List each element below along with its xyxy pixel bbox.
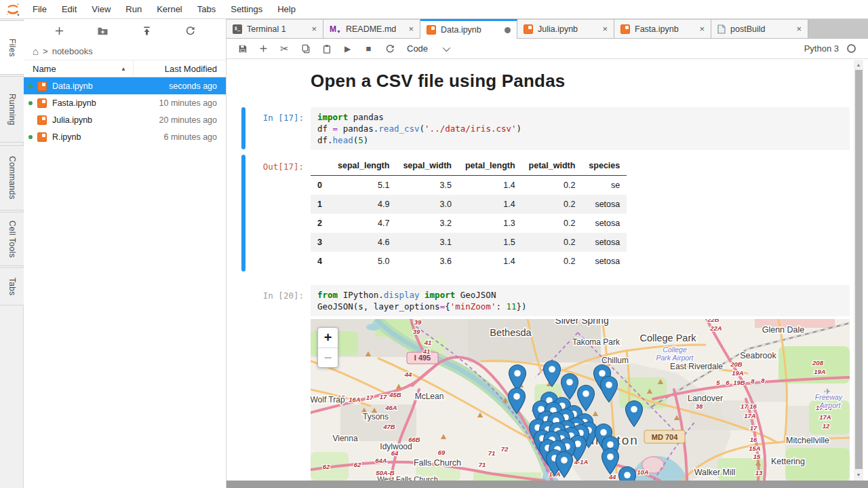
paste-cells-button[interactable]: [316, 41, 337, 57]
route-number: 15A: [749, 445, 761, 452]
route-number: 16A: [349, 396, 361, 403]
new-folder-button[interactable]: [93, 22, 113, 39]
route-number: 46A: [384, 404, 397, 411]
table-row: 14.93.01.40.2setosa: [311, 195, 627, 214]
route-number: 47B: [382, 423, 395, 430]
tab-close-icon[interactable]: ×: [796, 24, 802, 33]
sidebar-tab-files[interactable]: Files: [0, 20, 24, 75]
selected-cell-output-bar[interactable]: [241, 155, 245, 271]
tab-label: Fasta.ipynb: [635, 24, 694, 34]
file-icon: [717, 24, 726, 34]
map-marker[interactable]: [619, 467, 636, 481]
left-sidebar: FilesRunningCommandsCell ToolsTabs: [0, 19, 24, 488]
menu-file[interactable]: File: [25, 4, 54, 14]
kernel-status-icon[interactable]: [847, 44, 856, 53]
airplane-icon: ✈: [824, 387, 831, 396]
output-prompt-17: Out[17]:: [232, 162, 304, 172]
cut-cells-button[interactable]: ✂: [274, 41, 295, 57]
copy-cells-button[interactable]: [295, 41, 316, 57]
place-label: Tysons: [363, 412, 389, 421]
route-number: 17A: [819, 413, 831, 421]
notebook-scrollbar[interactable]: ▲ ▼: [854, 60, 863, 481]
scrollbar-thumb[interactable]: [855, 70, 863, 469]
new-launcher-button[interactable]: [49, 22, 69, 39]
file-name: Fasta.ipynb: [52, 98, 96, 108]
route-number: 17: [750, 424, 757, 432]
dataframe-output-table: sepal_lengthsepal_widthpetal_lengthpetal…: [311, 156, 627, 271]
route-number: 8: [751, 377, 755, 385]
run-cell-button[interactable]: ▶: [337, 41, 358, 57]
scroll-down-arrow[interactable]: ▼: [854, 470, 863, 479]
route-number: 15: [753, 453, 761, 460]
menu-help[interactable]: Help: [270, 4, 303, 14]
scroll-up-arrow[interactable]: ▲: [854, 60, 863, 69]
interrupt-kernel-button[interactable]: ■: [358, 41, 379, 57]
file-row-julia.ipynb[interactable]: Julia.ipynb20 minutes ago: [24, 111, 226, 128]
route-number: 19B: [733, 379, 745, 386]
home-icon[interactable]: ⌂: [33, 46, 39, 56]
menu-settings[interactable]: Settings: [223, 4, 270, 14]
jupyter-logo-icon: [5, 1, 21, 18]
menu-view[interactable]: View: [84, 4, 118, 14]
sidebar-tab-commands[interactable]: Commands: [0, 145, 24, 210]
kernel-name[interactable]: Python 3: [804, 43, 839, 54]
sidebar-tab-running[interactable]: Running: [0, 76, 24, 143]
tab-readme-md[interactable]: M▼README.md×: [323, 19, 420, 38]
file-name: Data.ipynb: [52, 81, 93, 91]
tab-data-ipynb[interactable]: Data.ipynb: [420, 19, 517, 39]
file-list: Data.ipynbseconds agoFasta.ipynb10 minut…: [24, 77, 226, 145]
map-zoom-control: + −: [317, 327, 338, 368]
map-zoom-out-button[interactable]: −: [318, 348, 338, 367]
place-label: Takoma Park: [572, 337, 620, 347]
tab-julia-ipynb[interactable]: Julia.ipynb×: [517, 19, 614, 38]
tab-close-icon[interactable]: ×: [408, 24, 414, 33]
code-cell-input-17[interactable]: import pandasdf = pandas.read_csv('../da…: [311, 107, 850, 150]
place-label: Idylwood: [380, 442, 412, 451]
route-number: 41: [422, 348, 431, 355]
sidebar-tab-tabs[interactable]: Tabs: [0, 267, 24, 305]
map-canvas[interactable]: I 495MD 704 39394141441516A171745B46A47B…: [311, 319, 850, 481]
breadcrumb-folder[interactable]: notebooks: [52, 46, 93, 56]
file-row-fasta.ipynb[interactable]: Fasta.ipynb10 minutes ago: [24, 94, 226, 111]
route-number: 71: [488, 449, 496, 457]
menu-edit[interactable]: Edit: [54, 4, 84, 14]
geojson-map-output[interactable]: + −: [311, 319, 850, 481]
upload-button[interactable]: [136, 22, 157, 39]
unsaved-changes-dot[interactable]: [505, 27, 511, 33]
tab-close-icon[interactable]: ×: [602, 24, 608, 33]
file-list-header: Name ▲ Last Modified: [24, 60, 226, 77]
add-cell-button[interactable]: [253, 41, 274, 57]
tab-close-icon[interactable]: ×: [311, 24, 317, 33]
route-number: 39: [413, 328, 420, 335]
route-shield-label: MD 704: [652, 433, 678, 441]
route-number: 44: [404, 371, 412, 378]
column-header-name[interactable]: Name ▲: [24, 60, 134, 77]
kernel-running-dot: [28, 135, 33, 139]
menu-tabs[interactable]: Tabs: [190, 4, 223, 14]
menu-kernel[interactable]: Kernel: [149, 4, 190, 14]
restart-kernel-button[interactable]: [379, 41, 400, 57]
menu-run[interactable]: Run: [118, 4, 149, 14]
refresh-button[interactable]: [180, 22, 201, 39]
tab-terminal-1[interactable]: $_Terminal 1×: [226, 19, 323, 38]
file-row-data.ipynb[interactable]: Data.ipynbseconds ago: [24, 77, 226, 94]
breadcrumb-separator: >: [43, 46, 48, 56]
column-header-last-modified[interactable]: Last Modified: [134, 64, 226, 74]
route-number: 62: [323, 463, 330, 470]
code-cell-input-20[interactable]: from IPython.display import GeoJSONGeoJS…: [311, 285, 850, 316]
tab-postbuild[interactable]: postBuild×: [711, 19, 808, 38]
sidebar-tab-cell-tools[interactable]: Cell Tools: [0, 212, 24, 266]
file-last-modified: 6 minutes ago: [81, 132, 226, 142]
tab-close-icon[interactable]: ×: [699, 24, 705, 33]
place-label: Landover: [688, 394, 723, 403]
tab-fasta-ipynb[interactable]: Fasta.ipynb×: [614, 19, 711, 38]
file-row-r.ipynb[interactable]: R.ipynb6 minutes ago: [24, 128, 226, 145]
place-label: East Riverdale: [670, 362, 723, 371]
map-zoom-in-button[interactable]: +: [318, 328, 338, 348]
cell-type-dropdown[interactable]: Code: [407, 43, 448, 54]
table-column-header: sepal_length: [331, 156, 396, 176]
sort-ascending-icon: ▲: [121, 66, 126, 72]
save-button[interactable]: [232, 41, 253, 57]
place-label: Seabrook: [740, 351, 776, 360]
route-number: 62: [354, 461, 361, 468]
